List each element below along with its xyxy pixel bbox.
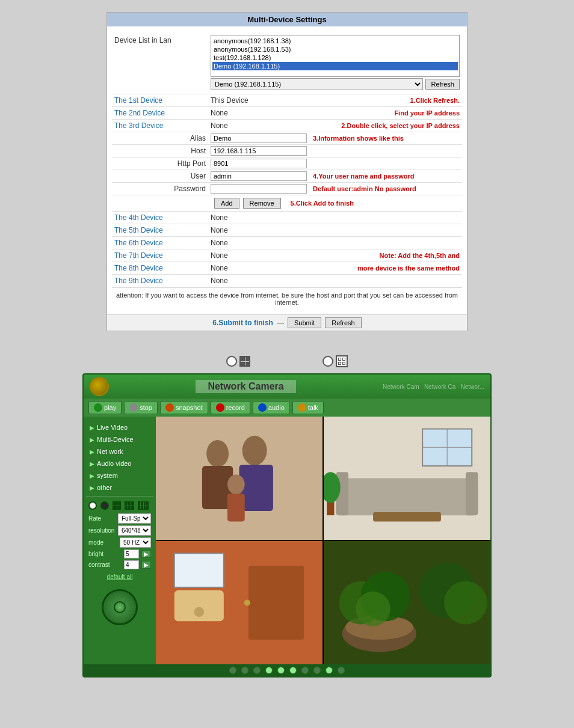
device2-row: The 2nd Device None Find your IP address xyxy=(112,107,462,120)
listbox-item-4[interactable]: Demo (192.168.1.115) xyxy=(212,62,458,70)
host-label: Host xyxy=(114,147,211,155)
svg-point-3 xyxy=(242,436,267,465)
sidebar-divider xyxy=(86,496,153,497)
device2-label: The 2nd Device xyxy=(114,109,211,117)
arrow-icon-1: ▶ xyxy=(90,424,94,431)
snapshot-icon xyxy=(165,403,174,412)
device9-value: None xyxy=(211,277,460,285)
sidebar-item-multi-device[interactable]: ▶ Multi-Device xyxy=(86,433,153,445)
radio-circle-1[interactable] xyxy=(88,501,97,510)
listbox-item-2[interactable]: anonymous(192.168.1.53) xyxy=(212,45,458,54)
toolbar: play stop snapshot record audio talk xyxy=(84,399,490,417)
layout-icon-1[interactable] xyxy=(113,501,121,510)
sidebar-item-audio-video[interactable]: ▶ Audio video xyxy=(86,457,153,470)
svg-rect-21 xyxy=(248,566,304,640)
grid-icon-left xyxy=(239,356,250,367)
device2-value: None xyxy=(211,109,394,117)
arrow-icon-6: ▶ xyxy=(90,485,94,491)
ptz-circle[interactable] xyxy=(102,589,138,625)
submit-button[interactable]: Submit xyxy=(288,317,321,328)
status-dot-9 xyxy=(326,667,333,674)
default-all-button[interactable]: default all xyxy=(107,574,133,580)
svg-rect-10 xyxy=(466,472,478,515)
alias-input[interactable] xyxy=(211,133,307,143)
layout-icon-3[interactable] xyxy=(138,501,149,510)
mode-select[interactable]: 50 HZ 60 HZ xyxy=(120,537,151,548)
submit-refresh-button[interactable]: Refresh xyxy=(325,317,362,328)
device-listbox[interactable]: anonymous(192.168.1.38) anonymous(192.16… xyxy=(211,35,460,77)
password-row: Password Default user:admin No password xyxy=(112,183,462,195)
http-port-input[interactable] xyxy=(211,159,307,168)
circle-grid-left xyxy=(226,356,250,367)
attention-text: attention: If you want to access the dev… xyxy=(112,287,462,310)
camera-logo xyxy=(90,377,109,396)
status-dot-2 xyxy=(241,667,248,674)
arrow-icon-5: ▶ xyxy=(90,473,94,479)
submit-row: 6.Submit to finish — Submit Refresh xyxy=(107,314,467,331)
sidebar-item-network[interactable]: ▶ Net work xyxy=(86,445,153,457)
sidebar-item-system[interactable]: ▶ system xyxy=(86,470,153,482)
default-all-container: default all xyxy=(88,571,151,581)
layout-icon-2[interactable] xyxy=(125,501,134,510)
rate-row: Rate Full-Speed Normal Low xyxy=(88,513,151,524)
device-list-right: anonymous(192.168.1.38) anonymous(192.16… xyxy=(211,35,460,90)
bright-input[interactable] xyxy=(124,549,139,558)
device-list-section: Device List in Lan anonymous(192.168.1.3… xyxy=(112,31,462,94)
password-value xyxy=(211,184,307,194)
bright-inc[interactable]: ▶ xyxy=(141,550,151,558)
device5-label: The 5th Device xyxy=(114,226,211,234)
svg-rect-16 xyxy=(373,512,441,521)
user-row: User 4.Your user name and password xyxy=(112,170,462,183)
radio-circle-2[interactable] xyxy=(100,501,109,510)
play-icon xyxy=(94,403,102,412)
device8-label: The 8th Device xyxy=(114,264,211,272)
user-input[interactable] xyxy=(211,171,307,181)
step2-callout-line2: 2.Double click, select your IP address xyxy=(341,122,460,129)
camera-title-area: Network Camera xyxy=(115,380,377,393)
talk-button[interactable]: talk xyxy=(292,401,324,414)
audio-button[interactable]: audio xyxy=(253,401,290,414)
contrast-inc[interactable]: ▶ xyxy=(141,561,151,569)
talk-icon xyxy=(298,403,306,412)
listbox-item-3[interactable]: test(192.168.1.128) xyxy=(212,54,458,62)
device-dropdown[interactable]: Demo (192.168.1.115) xyxy=(211,78,423,90)
video-cell-bathroom xyxy=(156,541,322,664)
arrow-icon-3: ▶ xyxy=(90,448,94,455)
stop-icon xyxy=(129,403,138,412)
rate-label: Rate xyxy=(88,515,116,522)
device5-value: None xyxy=(211,226,460,234)
device3-label: The 3rd Device xyxy=(114,121,211,130)
step3-callout: 3.Information shows like this xyxy=(313,135,404,142)
status-dot-1 xyxy=(229,667,236,674)
camera-header: Network Camera Network Cam Network Ca Ne… xyxy=(84,375,490,399)
status-bar xyxy=(84,664,490,676)
sidebar-item-other[interactable]: ▶ other xyxy=(86,482,153,494)
app-content: ▶ Live Video ▶ Multi-Device ▶ Net work ▶… xyxy=(84,417,490,664)
device4-value: None xyxy=(211,213,460,222)
remove-button[interactable]: Remove xyxy=(243,198,281,209)
status-dot-8 xyxy=(313,667,321,674)
mode-row: mode 50 HZ 60 HZ xyxy=(88,537,151,548)
rate-select[interactable]: Full-Speed Normal Low xyxy=(118,513,151,524)
refresh-button[interactable]: Refresh xyxy=(425,79,460,90)
video-grid xyxy=(156,417,490,664)
play-button[interactable]: play xyxy=(88,401,122,414)
record-button[interactable]: record xyxy=(211,401,250,414)
svg-point-30 xyxy=(444,581,487,625)
stop-button[interactable]: stop xyxy=(124,401,158,414)
resolution-select[interactable]: 640*480 320*240 xyxy=(118,525,151,536)
contrast-input[interactable] xyxy=(124,560,139,569)
status-dot-10 xyxy=(338,667,345,674)
contrast-row: contrast ▶ xyxy=(88,560,151,569)
add-button[interactable]: Add xyxy=(214,198,239,209)
video-cell-room xyxy=(324,417,490,540)
snapshot-button[interactable]: snapshot xyxy=(160,401,208,414)
sidebar-item-live-video[interactable]: ▶ Live Video xyxy=(86,421,153,433)
step5-callout: 5.Click Add to finish xyxy=(291,200,354,207)
resolution-label: resolution xyxy=(88,527,116,534)
default-user-callout: Default user:admin No password xyxy=(313,185,416,192)
host-input[interactable] xyxy=(211,146,307,156)
listbox-item-1[interactable]: anonymous(192.168.1.38) xyxy=(212,37,458,45)
password-input[interactable] xyxy=(211,184,307,194)
arrow-icon-4: ▶ xyxy=(90,460,94,467)
